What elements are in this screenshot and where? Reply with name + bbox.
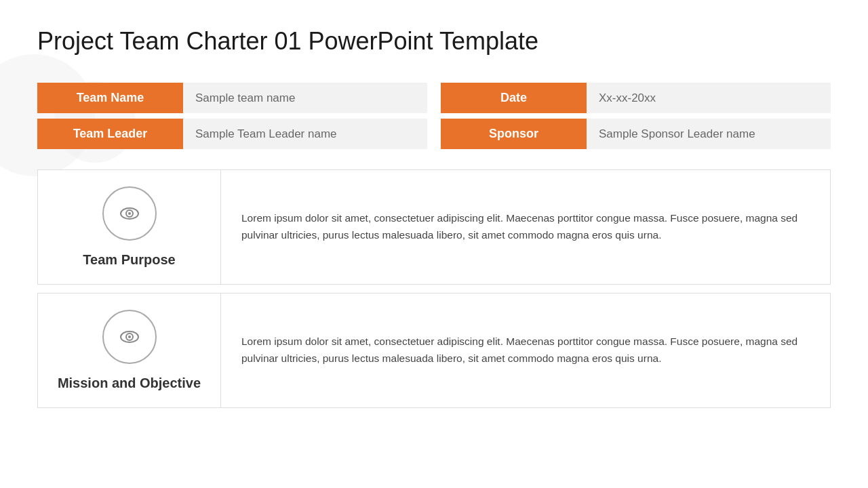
form-row-2: Team Leader Sample Team Leader name Spon…	[37, 119, 831, 149]
team-leader-label: Team Leader	[37, 119, 183, 149]
team-purpose-icon-wrapper	[102, 186, 157, 241]
mission-objective-content: Lorem ipsum dolor sit amet, consectetuer…	[221, 293, 830, 407]
form-rows: Team Name Sample team name Date Xx-xx-20…	[37, 83, 831, 149]
row2-spacer	[427, 119, 441, 149]
mission-objective-text: Lorem ipsum dolor sit amet, consectetuer…	[241, 333, 810, 367]
date-label: Date	[441, 83, 587, 113]
eye-icon-1	[115, 199, 144, 228]
team-name-value: Sample team name	[183, 83, 427, 113]
date-value: Xx-xx-20xx	[587, 83, 831, 113]
team-purpose-label: Team Purpose	[83, 251, 175, 268]
team-purpose-text: Lorem ipsum dolor sit amet, consectetuer…	[241, 210, 810, 244]
team-name-label: Team Name	[37, 83, 183, 113]
team-purpose-content: Lorem ipsum dolor sit amet, consectetuer…	[221, 170, 830, 284]
mission-objective-icon-wrapper	[102, 310, 157, 364]
row1-spacer	[427, 83, 441, 113]
team-purpose-left: Team Purpose	[38, 170, 221, 284]
sponsor-label: Sponsor	[441, 119, 587, 149]
svg-point-5	[128, 336, 131, 338]
team-leader-value: Sample Team Leader name	[183, 119, 427, 149]
sponsor-value: Sample Sponsor Leader name	[587, 119, 831, 149]
mission-objective-label: Mission and Objective	[58, 374, 201, 392]
form-row-1: Team Name Sample team name Date Xx-xx-20…	[37, 83, 831, 113]
page-title: Project Team Charter 01 PowerPoint Templ…	[37, 27, 831, 56]
svg-point-2	[128, 212, 131, 215]
mission-objective-left: Mission and Objective	[38, 293, 221, 407]
eye-icon-2	[115, 323, 144, 351]
team-purpose-section: Team Purpose Lorem ipsum dolor sit amet,…	[37, 169, 831, 285]
mission-objective-section: Mission and Objective Lorem ipsum dolor …	[37, 293, 831, 408]
sections-wrapper: Team Purpose Lorem ipsum dolor sit amet,…	[37, 169, 831, 408]
page-container: Project Team Charter 01 PowerPoint Templ…	[0, 0, 868, 488]
